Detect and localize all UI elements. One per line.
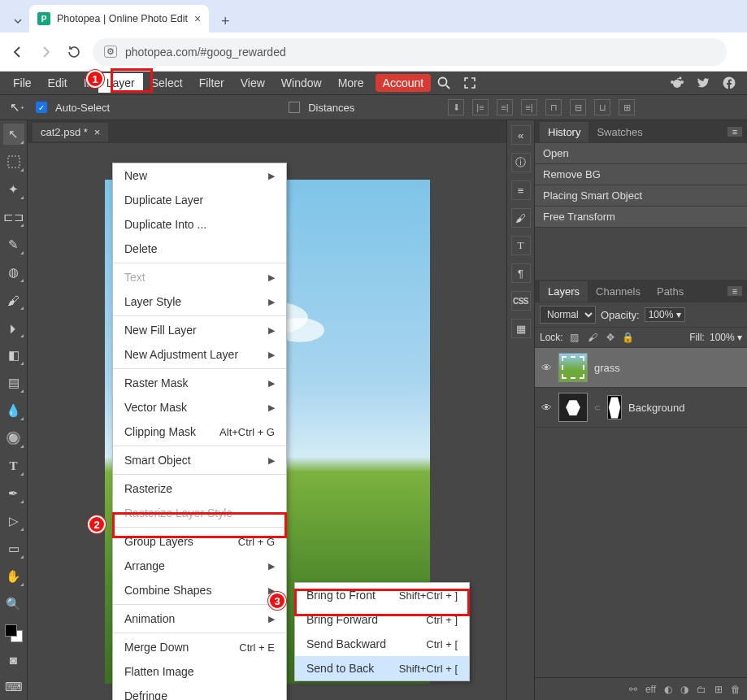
layers-menu-icon[interactable]: ≡ — [727, 286, 742, 296]
layer-name[interactable]: Background — [628, 402, 740, 414]
marquee-tool[interactable] — [3, 151, 24, 172]
menu-item-combine-shapes[interactable]: Combine Shapes▶ — [113, 578, 286, 602]
reddit-icon[interactable] — [667, 73, 687, 93]
menu-item-duplicate-into-[interactable]: Duplicate Into ... — [113, 212, 286, 237]
forward-icon[interactable] — [37, 44, 54, 60]
visibility-icon[interactable]: 👁 — [541, 362, 552, 374]
menu-item-vector-mask[interactable]: Vector Mask▶ — [113, 395, 286, 420]
tab-layers[interactable]: Layers — [540, 281, 588, 302]
dodge-tool[interactable]: 🔘 — [3, 428, 24, 449]
menu-item-duplicate-layer[interactable]: Duplicate Layer — [113, 188, 286, 212]
menu-filter[interactable]: Filter — [191, 73, 232, 93]
menu-item-raster-mask[interactable]: Raster Mask▶ — [113, 371, 286, 395]
stamp-tool[interactable]: ⏵ — [3, 317, 24, 338]
brush-panel-icon[interactable]: 🖌 — [511, 208, 531, 228]
add-mask-icon[interactable]: ◐ — [664, 684, 672, 695]
menu-item-defringe[interactable]: Defringe — [113, 684, 286, 700]
image-panel-icon[interactable]: ▦ — [511, 319, 531, 338]
twitter-icon[interactable] — [693, 73, 713, 93]
menu-item-rasterize[interactable]: Rasterize — [113, 476, 286, 501]
account-button[interactable]: Account — [376, 74, 432, 92]
shape-tool[interactable]: ▭ — [3, 538, 24, 559]
layer-thumbnail[interactable] — [558, 353, 588, 382]
blur-tool[interactable]: 💧 — [3, 400, 24, 421]
site-settings-icon[interactable]: ⚙ — [104, 46, 117, 58]
tab-channels[interactable]: Channels — [588, 281, 649, 302]
fullscreen-icon[interactable] — [460, 73, 480, 93]
layer-effects-icon[interactable]: eff — [645, 684, 656, 695]
lock-all-icon[interactable]: 🔒 — [622, 331, 635, 344]
crop-tool[interactable]: ⊏⊐ — [3, 207, 24, 228]
new-folder-icon[interactable]: 🗀 — [697, 684, 706, 695]
tab-close-icon[interactable]: × — [194, 12, 201, 25]
auto-select-checkbox[interactable]: ✓ — [36, 102, 47, 113]
brush-tool[interactable]: 🖌 — [3, 289, 24, 311]
history-item[interactable]: Free Transform — [535, 207, 747, 228]
menu-item-arrange[interactable]: Arrange▶ — [113, 554, 286, 578]
menu-view[interactable]: View — [232, 73, 273, 93]
new-layer-icon[interactable]: ⊞ — [714, 684, 723, 695]
type-tool[interactable]: T — [3, 455, 24, 476]
align-top-icon[interactable]: ⊓ — [545, 99, 562, 115]
history-item[interactable]: Open — [535, 143, 747, 164]
tab-history[interactable]: History — [540, 122, 588, 142]
lock-paint-icon[interactable]: 🖌 — [586, 331, 599, 344]
menu-window[interactable]: Window — [273, 73, 330, 93]
eraser-tool[interactable]: ◧ — [3, 345, 24, 366]
paragraph-panel-icon[interactable]: ≡ — [511, 180, 531, 200]
menu-file[interactable]: File — [5, 73, 40, 93]
delete-layer-icon[interactable]: 🗑 — [731, 684, 740, 695]
quick-mask-icon[interactable]: ◙ — [3, 649, 24, 670]
download-icon[interactable]: ⬇ — [448, 99, 464, 115]
align-left-icon[interactable]: |≡ — [472, 99, 489, 115]
layer-row-grass[interactable]: 👁 grass — [535, 348, 747, 388]
info-panel-icon[interactable]: ⓘ — [511, 153, 531, 172]
color-swatch[interactable] — [5, 624, 23, 642]
facebook-icon[interactable] — [719, 73, 739, 93]
menu-item-bring-forward[interactable]: Bring ForwardCtrl + ] — [295, 607, 469, 632]
menu-item-merge-down[interactable]: Merge DownCtrl + E — [113, 635, 286, 659]
document-close-icon[interactable]: × — [94, 126, 101, 138]
menu-item-animation[interactable]: Animation▶ — [113, 607, 286, 631]
reload-icon[interactable] — [65, 44, 81, 60]
opacity-value[interactable]: 100% ▾ — [645, 307, 686, 322]
eyedropper-tool[interactable]: ✎ — [3, 234, 24, 255]
browser-tab[interactable]: P Photopea | Online Photo Edit × — [29, 5, 209, 33]
zoom-tool[interactable]: 🔍 — [3, 593, 24, 615]
adjustment-layer-icon[interactable]: ◑ — [680, 684, 688, 695]
align-center-h-icon[interactable]: ≡| — [497, 99, 513, 115]
tab-paths[interactable]: Paths — [649, 281, 692, 302]
tab-swatches[interactable]: Swatches — [588, 122, 650, 142]
layer-thumbnail[interactable] — [558, 393, 588, 422]
menu-item-layer-style[interactable]: Layer Style▶ — [113, 289, 286, 314]
path-select-tool[interactable]: ▷ — [3, 511, 24, 532]
link-layers-icon[interactable]: ⚯ — [629, 684, 637, 695]
menu-item-new-fill-layer[interactable]: New Fill Layer▶ — [113, 318, 286, 342]
align-bottom-icon[interactable]: ⊔ — [594, 99, 610, 115]
address-bar[interactable]: ⚙ photopea.com/#goog_rewarded — [93, 38, 727, 66]
layer-name[interactable]: grass — [594, 362, 740, 374]
character-panel-icon[interactable]: T — [511, 236, 531, 255]
menu-item-group-layers[interactable]: Group LayersCtrl + G — [113, 529, 286, 554]
keyboard-icon[interactable]: ⌨ — [3, 676, 24, 698]
lock-position-icon[interactable]: ✥ — [604, 331, 617, 344]
move-tool[interactable]: ↖ — [3, 124, 24, 145]
fill-value[interactable]: 100% ▾ — [710, 332, 742, 343]
menu-edit[interactable]: Edit — [40, 73, 76, 93]
wand-tool[interactable]: ✦ — [3, 179, 24, 200]
glyph-panel-icon[interactable]: ¶ — [511, 263, 531, 283]
menu-item-send-backward[interactable]: Send BackwardCtrl + [ — [295, 632, 469, 656]
menu-item-new[interactable]: New▶ — [113, 163, 286, 188]
menu-item-new-adjustment-layer[interactable]: New Adjustment Layer▶ — [113, 342, 286, 367]
menu-item-delete[interactable]: Delete — [113, 237, 286, 261]
search-icon[interactable] — [434, 73, 454, 93]
lock-transparency-icon[interactable]: ▨ — [568, 331, 581, 344]
css-panel-icon[interactable]: CSS — [511, 291, 531, 311]
history-item[interactable]: Remove BG — [535, 164, 747, 185]
layer-mask-thumbnail[interactable] — [607, 395, 622, 420]
align-middle-icon[interactable]: ⊟ — [570, 99, 586, 115]
heal-tool[interactable]: ◍ — [3, 262, 24, 283]
distances-checkbox[interactable] — [289, 102, 300, 113]
menu-layer[interactable]: Layer — [98, 73, 143, 93]
menu-item-send-to-back[interactable]: Send to BackShift+Ctrl + [ — [295, 656, 469, 680]
